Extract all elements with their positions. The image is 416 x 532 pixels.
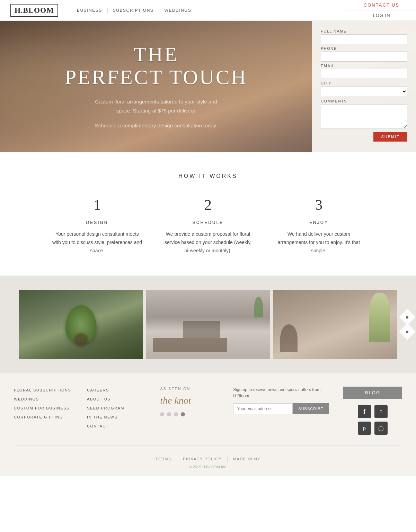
blog-button[interactable]: BLOG — [343, 387, 402, 399]
gallery-image-2 — [146, 290, 270, 359]
footer-link-corporate[interactable]: CORPORATE GIFTING — [14, 414, 73, 420]
footer-sep-1: | — [177, 456, 178, 462]
nav-weddings[interactable]: WEDDINGS — [160, 8, 196, 13]
full-name-label: FULL NAME — [321, 29, 407, 33]
twitter-icon[interactable]: t — [374, 405, 388, 418]
gallery-next-button[interactable]: ◆ — [399, 323, 416, 340]
contact-us-button[interactable]: CONTACT US — [347, 0, 416, 10]
comments-textarea[interactable] — [321, 104, 407, 128]
email-label: EMAIL — [321, 64, 407, 68]
terms-link[interactable]: TERMS — [156, 457, 171, 461]
pinterest-icon[interactable]: p — [358, 422, 371, 435]
hero-subtitle: Custom floral arrangements tailored to y… — [87, 97, 225, 115]
how-it-works-section: HOW IT WORKS 1 DESIGN Your personal desi… — [0, 152, 416, 276]
footer-bottom: TERMS | PRIVACY POLICY | MADE IN NY — [14, 452, 402, 462]
submit-button[interactable]: SUBMIT — [373, 132, 407, 142]
step-3-desc: We hand deliver your custom arrangements… — [274, 230, 364, 255]
step-2-number: 2 — [204, 197, 212, 213]
gallery-image-3 — [273, 290, 397, 359]
newsletter-form: SUBSCRIBE — [233, 403, 329, 414]
log-in-button[interactable]: LOG IN — [347, 10, 416, 20]
step-3-line-left — [289, 205, 310, 205]
gallery-image-1 — [19, 290, 143, 359]
header-right-panel: CONTACT US LOG IN — [347, 0, 416, 20]
step-3: 3 ENJOY We hand deliver your custom arra… — [264, 197, 374, 255]
newsletter-email-input[interactable] — [233, 403, 293, 414]
facebook-icon[interactable]: f — [358, 405, 371, 418]
steps-container: 1 DESIGN Your personal design consultant… — [42, 197, 374, 255]
logo-dot-3[interactable] — [174, 412, 178, 416]
footer-links-col-2: CAREERS ABOUT US SEED PROGRAM IN THE NEW… — [87, 387, 146, 429]
phone-label: PHONE — [321, 46, 407, 51]
hero-content: THE PERFECT TOUCH Custom floral arrangem… — [0, 21, 312, 152]
hero-section: THE PERFECT TOUCH Custom floral arrangem… — [0, 21, 416, 152]
step-3-number: 3 — [315, 197, 322, 213]
phone-input[interactable] — [321, 52, 407, 62]
how-it-works-title: HOW IT WORKS — [14, 173, 402, 179]
logo-dots — [160, 412, 219, 416]
step-3-name: ENJOY — [274, 220, 364, 225]
instagram-icon[interactable]: ◯ — [374, 422, 388, 435]
step-3-number-row: 3 — [274, 197, 364, 213]
newsletter-text: Sign up to receive news and special offe… — [233, 387, 329, 399]
gallery-nav: ◆ ◆ — [401, 311, 413, 337]
footer-copyright: © 2015 H.BLOOM Inc. — [14, 465, 402, 469]
footer-link-weddings[interactable]: WEDDINGS — [14, 396, 73, 402]
footer-sep-2: | — [227, 456, 228, 462]
step-1-number: 1 — [94, 197, 101, 213]
footer-link-about[interactable]: ABOUT US — [87, 396, 146, 402]
nav-business[interactable]: BUSINESS — [72, 8, 107, 13]
footer: FLORAL SUBSCRIPTIONS WEDDINGS CUSTOM FOR… — [0, 373, 416, 476]
logo-dot-2[interactable] — [167, 412, 171, 416]
city-label: CITY — [321, 81, 407, 85]
footer-link-news[interactable]: IN THE NEWS — [87, 414, 146, 420]
footer-link-careers[interactable]: CAREERS — [87, 387, 146, 393]
footer-link-custom-business[interactable]: CUSTOM FOR BUSINESS — [14, 405, 73, 411]
hero-title: THE PERFECT TOUCH — [65, 43, 247, 89]
step-1-desc: Your personal design consultant meets wi… — [52, 230, 142, 255]
step-1-line-right — [106, 205, 127, 205]
step-3-line-right — [328, 205, 348, 205]
footer-col-1: FLORAL SUBSCRIPTIONS WEDDINGS CUSTOM FOR… — [14, 387, 80, 435]
footer-top: FLORAL SUBSCRIPTIONS WEDDINGS CUSTOM FOR… — [14, 387, 402, 445]
gallery-images — [17, 290, 399, 359]
logo-dot-1[interactable] — [160, 412, 164, 416]
footer-link-contact[interactable]: CONTACT — [87, 423, 146, 429]
step-2-line-left — [178, 205, 199, 205]
main-nav: BUSINESS | SUBSCRIPTIONS | WEDDINGS — [72, 7, 196, 13]
gallery-section: ◆ ◆ — [0, 276, 416, 373]
step-1-number-row: 1 — [52, 197, 142, 213]
step-2-line-right — [217, 205, 238, 205]
hero-cta: Schedule a complimentary design consulta… — [95, 121, 217, 130]
privacy-link[interactable]: PRIVACY POLICY — [183, 457, 222, 461]
made-in-ny-link[interactable]: MADE IN NY — [233, 457, 260, 461]
footer-col-4: Sign up to receive news and special offe… — [226, 387, 336, 435]
city-select[interactable]: New York Los Angeles Chicago Washington … — [321, 86, 407, 97]
nav-subscriptions[interactable]: SUBSCRIPTIONS — [108, 8, 159, 13]
logo-dot-4[interactable] — [181, 412, 185, 416]
header: H.BLOOM BUSINESS | SUBSCRIPTIONS | WEDDI… — [0, 0, 416, 21]
footer-col-5: BLOG f t p ◯ — [336, 387, 402, 435]
step-2-name: SCHEDULE — [163, 220, 253, 225]
social-icons: f t p ◯ — [358, 405, 388, 435]
step-2: 2 SCHEDULE We provide a custom proposal … — [153, 197, 264, 255]
step-2-desc: We provide a custom proposal for floral … — [163, 230, 253, 255]
step-1-line-left — [68, 205, 88, 205]
the-knot-logo[interactable]: the knot — [160, 395, 219, 406]
footer-link-subscriptions[interactable]: FLORAL SUBSCRIPTIONS — [14, 387, 73, 393]
step-1-name: DESIGN — [52, 220, 142, 225]
footer-col-2: CAREERS ABOUT US SEED PROGRAM IN THE NEW… — [80, 387, 153, 435]
contact-form-panel: FULL NAME PHONE EMAIL CITY New York Los … — [312, 21, 416, 152]
step-1: 1 DESIGN Your personal design consultant… — [42, 197, 153, 255]
comments-label: COMMENTS — [321, 99, 407, 103]
as-seen-on-label: AS SEEN ON: — [160, 387, 219, 391]
logo[interactable]: H.BLOOM — [10, 4, 58, 17]
footer-link-seed[interactable]: SEED PROGRAM — [87, 405, 146, 411]
full-name-input[interactable] — [321, 34, 407, 44]
step-2-number-row: 2 — [163, 197, 253, 213]
subscribe-button[interactable]: SUBSCRIBE — [293, 403, 329, 414]
footer-links-col-1: FLORAL SUBSCRIPTIONS WEDDINGS CUSTOM FOR… — [14, 387, 73, 420]
footer-col-3: AS SEEN ON: the knot — [153, 387, 226, 435]
email-input[interactable] — [321, 69, 407, 79]
